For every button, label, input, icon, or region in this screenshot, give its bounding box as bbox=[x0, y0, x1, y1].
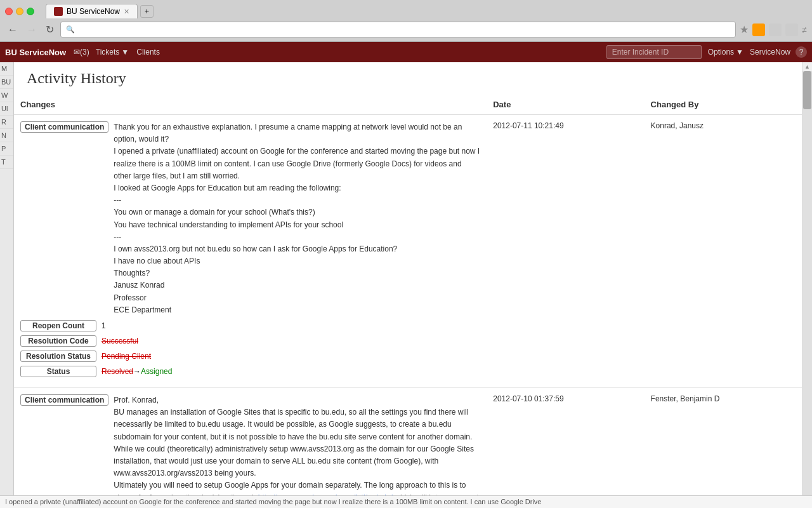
entry-changes-cell: Client communicationProf. Konrad,BU mana… bbox=[14, 388, 487, 509]
col-header-date: Date bbox=[487, 95, 644, 115]
status-bar: I opened a private (unaffiliated) accoun… bbox=[0, 495, 812, 508]
scroll-track[interactable] bbox=[802, 71, 812, 505]
chevron-down-icon: ▼ bbox=[121, 48, 129, 57]
change-item: Resolution StatusPending Client bbox=[20, 351, 480, 362]
toolbar-icons: ★ ≠ bbox=[740, 23, 807, 36]
sidebar-item-ul: Ul bbox=[0, 102, 13, 116]
close-button[interactable] bbox=[5, 8, 13, 15]
bookmark-icon[interactable]: ★ bbox=[740, 23, 749, 36]
change-label: Reopen Count bbox=[20, 320, 96, 331]
nav-servicenow: ServiceNow bbox=[750, 48, 790, 57]
search-icon: 🔍 bbox=[66, 25, 75, 34]
nav-tickets[interactable]: Tickets ▼ bbox=[96, 48, 129, 57]
entry-changed-by-cell: Fenster, Benjamin D bbox=[645, 388, 802, 509]
expand-icon: ≠ bbox=[802, 25, 807, 35]
chevron-down-icon: ▼ bbox=[736, 48, 743, 57]
tab-favicon bbox=[54, 7, 63, 16]
change-item: Client communicationProf. Konrad,BU mana… bbox=[20, 394, 480, 508]
address-bar[interactable]: 🔍 bbox=[60, 22, 736, 37]
nav-mail[interactable]: ✉(3) bbox=[74, 48, 89, 57]
sidebar-item-r: R bbox=[0, 116, 13, 129]
entry-changes-cell: Client communicationThank you for an exh… bbox=[14, 115, 487, 388]
scroll-up-icon[interactable]: ▲ bbox=[802, 62, 812, 71]
change-item: Client communicationThank you for an exh… bbox=[20, 121, 480, 316]
content-area[interactable]: Activity History Changes Date Changed By… bbox=[14, 62, 802, 508]
history-table: Changes Date Changed By Client communica… bbox=[14, 95, 802, 508]
sidebar-item-w: W bbox=[0, 89, 13, 102]
browser-chrome: BU ServiceNow ✕ + ← → ↻ 🔍 ★ ≠ bbox=[0, 0, 812, 42]
minimize-button[interactable] bbox=[16, 8, 23, 15]
field-value: 1 bbox=[102, 320, 480, 331]
table-row: Client communicationProf. Konrad,BU mana… bbox=[14, 388, 802, 509]
arrow-icon: → bbox=[133, 367, 141, 376]
change-item: Reopen Count1 bbox=[20, 320, 480, 331]
browser-tab[interactable]: BU ServiceNow ✕ bbox=[46, 4, 138, 18]
traffic-lights bbox=[5, 8, 34, 15]
right-scrollbar[interactable]: ▲ ▼ bbox=[802, 62, 812, 508]
change-label: Client communication bbox=[20, 121, 108, 133]
col-header-changed-by: Changed By bbox=[645, 95, 802, 115]
status-from: Resolved bbox=[102, 367, 133, 376]
back-button[interactable]: ← bbox=[5, 23, 20, 37]
left-sidebar: M BU W Ul R N P T bbox=[0, 62, 14, 508]
url-input[interactable] bbox=[77, 25, 730, 34]
toolbar-icon-1[interactable] bbox=[769, 23, 782, 36]
message-text: Prof. Konrad,BU manages an installation … bbox=[114, 394, 480, 508]
field-value: Pending Client bbox=[102, 351, 480, 362]
app-navbar: BU ServiceNow ✉(3) Tickets ▼ Clients Opt… bbox=[0, 42, 812, 62]
main-layout: M BU W Ul R N P T Activity History Chang… bbox=[0, 62, 812, 508]
scroll-thumb[interactable] bbox=[803, 71, 811, 109]
tab-title: BU ServiceNow bbox=[67, 7, 120, 16]
app-brand: BU ServiceNow bbox=[5, 48, 66, 57]
sidebar-item-bu: BU bbox=[0, 76, 13, 89]
nav-options[interactable]: Options ▼ bbox=[708, 48, 743, 57]
help-button[interactable]: ? bbox=[796, 46, 807, 58]
entry-date-cell: 2012-07-11 10:21:49 bbox=[487, 115, 644, 388]
entry-changed-by-cell: Konrad, Janusz bbox=[645, 115, 802, 388]
new-tab-button[interactable]: + bbox=[140, 5, 154, 18]
status-to: Assigned bbox=[141, 367, 172, 376]
change-label: Resolution Status bbox=[20, 351, 96, 362]
change-item: StatusResolved → Assigned bbox=[20, 366, 480, 377]
entry-date-cell: 2012-07-10 01:37:59 bbox=[487, 388, 644, 509]
sidebar-item-n: N bbox=[0, 129, 13, 142]
incident-id-input[interactable] bbox=[606, 45, 702, 59]
sidebar-item-t: T bbox=[0, 156, 13, 169]
tab-close-icon[interactable]: ✕ bbox=[124, 8, 129, 16]
change-label: Client communication bbox=[20, 394, 108, 406]
maximize-button[interactable] bbox=[27, 8, 34, 15]
reload-button[interactable]: ↻ bbox=[43, 22, 56, 37]
change-item: Resolution CodeSuccessful bbox=[20, 335, 480, 347]
col-header-changes: Changes bbox=[14, 95, 487, 115]
change-label: Status bbox=[20, 366, 96, 377]
forward-button[interactable]: → bbox=[24, 23, 39, 37]
sidebar-item-m: M bbox=[0, 62, 13, 76]
table-row: Client communicationThank you for an exh… bbox=[14, 115, 802, 388]
change-label: Resolution Code bbox=[20, 335, 96, 347]
sidebar-item-p: P bbox=[0, 142, 13, 156]
nav-clients[interactable]: Clients bbox=[136, 48, 160, 57]
amazon-icon[interactable] bbox=[752, 23, 765, 36]
page-title: Activity History bbox=[14, 62, 802, 95]
field-value: Successful bbox=[102, 335, 480, 347]
message-text: Thank you for an exhaustive explanation.… bbox=[114, 121, 480, 316]
toolbar-icon-2[interactable] bbox=[785, 23, 798, 36]
